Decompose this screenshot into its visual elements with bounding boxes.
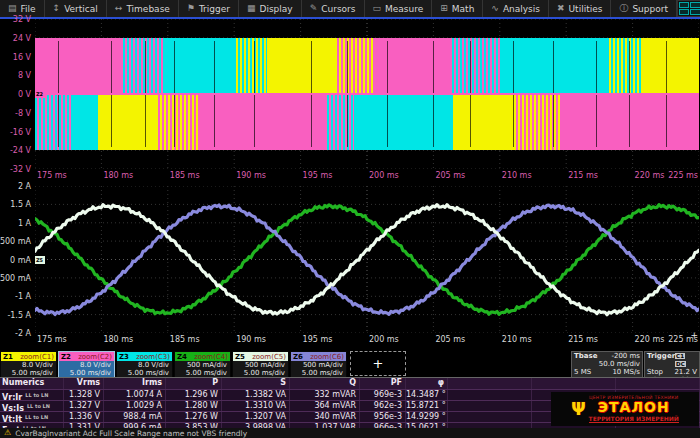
numerics-row-subscript: LL to LN: [25, 414, 48, 420]
y-axis-tick-label: 1 A: [18, 218, 31, 227]
pwm-segment: [453, 94, 516, 150]
trace-source: zoom(C5): [252, 353, 286, 361]
trigger-level: 21.2 V: [674, 368, 697, 376]
trace-horizontal-scale: 5.00 ms/div: [59, 369, 114, 377]
trace-source: zoom(C3): [136, 353, 170, 361]
utilities-icon: ✖: [557, 4, 565, 13]
trigger-box[interactable]: TriggerC1 DC Stop21.2 V EdgePositive: [644, 351, 700, 378]
menu-item-label: Utilities: [569, 4, 603, 14]
trace-horizontal-scale: 5.00 ms/div: [233, 369, 288, 377]
numerics-cell: [448, 412, 532, 422]
y-axis-tick-label: -1.5 A: [7, 310, 31, 319]
trigger-mode: Stop: [647, 368, 663, 376]
numerics-cell: 956e-3: [360, 412, 406, 422]
trace-id: Z4: [177, 353, 187, 361]
trace-descriptor-z4[interactable]: Z4zoom(C4)500 mA/div5.00 ms/div: [174, 351, 231, 378]
x-axis-tick-label: 180 ms: [103, 171, 133, 180]
menu-item-label: Support: [632, 4, 668, 14]
y-axis-tick-label: 24 V: [13, 33, 31, 42]
timebase-scale: 50.0 ms/div: [599, 360, 640, 368]
y-axis-tick-label: 8 V: [18, 71, 31, 80]
bottom-waveform-plot[interactable]: Z5: [35, 186, 699, 333]
menu-item-support[interactable]: ⓘSupport: [611, 0, 677, 17]
x-axis-tick-label: 185 ms: [170, 335, 200, 344]
menu-item-math[interactable]: ⊞Math: [432, 0, 483, 17]
pwm-segment: [72, 94, 99, 150]
menu-item-measure[interactable]: ▭Measure: [365, 0, 433, 17]
menu-item-label: Math: [452, 4, 475, 14]
timebase-offset: -200 ms: [611, 352, 640, 360]
numerics-cell: 1.276 W: [166, 412, 222, 422]
numerics-row-name: Vt:It: [2, 415, 22, 422]
trace-descriptor-z6[interactable]: Z6zoom(C6)500 mA/div5.00 ms/div: [290, 351, 347, 378]
y-axis-tick-label: -16 V: [10, 127, 31, 136]
menu-item-timebase[interactable]: ↔Timebase: [107, 0, 179, 17]
trace-descriptor-z2[interactable]: Z2zoom(C2)8.0 V/div5.00 ms/div: [58, 351, 115, 378]
numerics-column-header: φ: [406, 378, 448, 389]
numerics-column-header: [616, 378, 700, 389]
x-axis-tick-label: 210 ms: [502, 335, 532, 344]
x-axis-tick-label: 195 ms: [303, 335, 333, 344]
menu-bar: ▤File↕Vertical↔Timebase⚑Trigger▦Display✎…: [0, 0, 700, 19]
timebase-samples: 5 MS: [574, 368, 591, 376]
pwm-segment: [354, 94, 454, 150]
trace-vertical-scale: 8.0 V/div: [117, 361, 172, 369]
pwm-segment: [374, 38, 450, 94]
y-axis-tick-label: -24 V: [10, 146, 31, 155]
trace-source: zoom(C2): [78, 353, 112, 361]
x-axis-tick-label: 190 ms: [236, 335, 266, 344]
menu-item-utilities[interactable]: ✖Utilities: [549, 0, 611, 17]
x-axis-tick-label: 220 ms: [635, 171, 665, 180]
trace-id: Z3: [119, 353, 129, 361]
menu-item-label: Cursors: [321, 4, 355, 14]
menu-item-vertical[interactable]: ↕Vertical: [45, 0, 107, 17]
pwm-segment: [35, 94, 72, 150]
bottom-graph-y-axis: 2 A1.5 A1 A500 mA0 mA-500 mA-1 A-1.5 A-2…: [0, 186, 34, 333]
x-axis-tick-label: 175 ms: [37, 335, 67, 344]
y-axis-tick-label: 500 mA: [0, 237, 31, 246]
trigger-coupling-badge: DC: [675, 361, 686, 367]
menu-item-trigger[interactable]: ⚑Trigger: [179, 0, 239, 17]
numerics-cell: 14.3487 °: [406, 390, 448, 400]
pwm-segment: [327, 94, 354, 150]
numerics-cell: 1.3310 VA: [222, 401, 290, 411]
x-axis-tick-label: 210 ms: [502, 171, 532, 180]
bottom-graph-x-axis: 175 ms180 ms185 ms190 ms195 ms200 ms205 …: [35, 333, 699, 349]
menu-item-analysis[interactable]: ∿Analysis: [483, 0, 549, 17]
y-axis-tick-label: -8 V: [15, 108, 31, 117]
y-axis-tick-label: 1.5 A: [10, 200, 31, 209]
bottom-zero-level-marker[interactable]: Z5: [35, 256, 45, 264]
pwm-segment: [267, 38, 337, 94]
trace-descriptor-z5[interactable]: Z5zoom(C5)500 mA/div5.00 ms/div: [232, 351, 289, 378]
current-waveforms: [35, 186, 699, 333]
numerics-column-header: [532, 378, 616, 389]
logo-icon: Ψ: [571, 401, 585, 418]
numerics-cell: 1.336 V: [64, 412, 104, 422]
x-axis-tick-label: 195 ms: [303, 171, 333, 180]
numerics-cell: 332 mVAR: [290, 390, 360, 400]
add-trace-button[interactable]: +: [350, 351, 406, 376]
pwm-segment: [450, 38, 500, 94]
trace-id: Z5: [235, 353, 245, 361]
menu-item-label: Analysis: [503, 4, 540, 14]
timebase-box[interactable]: Tbase-200 ms 50.0 ms/div 5 MS10 MS/s: [571, 351, 643, 378]
x-axis-tick-label: 180 ms: [103, 335, 133, 344]
trace-descriptor-z3[interactable]: Z3zoom(C3)8.0 V/div5.00 ms/div: [116, 351, 173, 378]
y-axis-tick-label: 32 V: [13, 15, 31, 24]
numerics-cell: 340 mVAR: [290, 412, 360, 422]
trace-descriptor-row: Z1zoom(C1)8.0 V/div5.00 ms/divZ2zoom(C2)…: [0, 351, 700, 377]
numerics-cell: 969e-3: [360, 390, 406, 400]
top-waveform-plot[interactable]: Z2: [35, 19, 699, 169]
numerics-cell: [448, 390, 532, 400]
menu-item-display[interactable]: ▦Display: [239, 0, 302, 17]
trace-descriptor-z1[interactable]: Z1zoom(C1)8.0 V/div5.00 ms/div: [0, 351, 57, 378]
menu-item-cursors[interactable]: ✎Cursors: [302, 0, 365, 17]
numerics-cell: [448, 401, 532, 411]
grid-quad-icon: [679, 2, 690, 8]
menu-item-label: File: [21, 4, 36, 14]
file-icon: ▤: [8, 4, 17, 13]
display-grid-mode-button[interactable]: [677, 0, 700, 17]
top-zero-level-marker[interactable]: Z2: [35, 90, 45, 98]
numerics-cell: 962e-3: [360, 401, 406, 411]
x-axis-tick-label: 205 ms: [435, 171, 465, 180]
